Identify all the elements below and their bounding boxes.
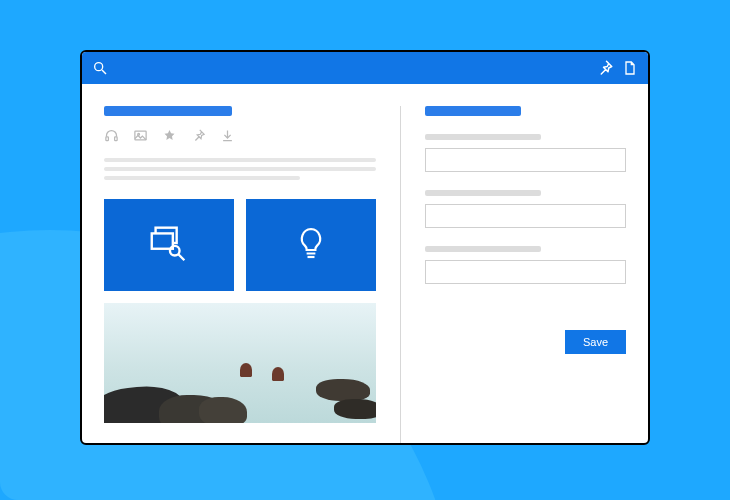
image-icon[interactable] [133, 128, 148, 143]
headphones-icon[interactable] [104, 128, 119, 143]
side-panel: Save [400, 106, 626, 443]
svg-rect-3 [115, 137, 118, 141]
main-panel [104, 106, 376, 443]
top-bar [82, 52, 648, 84]
text-input[interactable] [425, 260, 626, 284]
person [272, 367, 284, 381]
content-body: Save [82, 84, 648, 443]
star-icon[interactable] [162, 128, 177, 143]
card-idea[interactable] [246, 199, 376, 291]
form-field [425, 246, 626, 284]
field-label [425, 246, 542, 252]
document-icon[interactable] [622, 59, 638, 77]
download-icon[interactable] [220, 128, 235, 143]
side-panel-title [425, 106, 521, 116]
rock [316, 379, 370, 401]
rock [334, 399, 376, 419]
text-line [104, 176, 300, 180]
text-input[interactable] [425, 148, 626, 172]
text-line [104, 167, 376, 171]
text-line [104, 158, 376, 162]
card-image-search[interactable] [104, 199, 234, 291]
svg-rect-2 [106, 137, 109, 141]
svg-rect-7 [152, 233, 173, 248]
svg-point-8 [170, 246, 180, 256]
description-lines [104, 153, 376, 185]
pin-tool-icon[interactable] [191, 128, 206, 143]
search-icon[interactable] [92, 60, 108, 76]
form-field [425, 134, 626, 172]
field-label [425, 134, 542, 140]
app-window: Save [80, 50, 650, 445]
pin-icon[interactable] [596, 59, 614, 77]
toolbar [104, 128, 376, 143]
form-field [425, 190, 626, 228]
svg-point-0 [95, 63, 103, 71]
person [240, 363, 252, 377]
save-button[interactable]: Save [565, 330, 626, 354]
text-input[interactable] [425, 204, 626, 228]
image-search-icon [146, 220, 192, 270]
svg-line-9 [179, 255, 185, 261]
lightbulb-icon [290, 222, 332, 268]
rock [199, 397, 247, 423]
page-title [104, 106, 232, 116]
field-label [425, 190, 542, 196]
svg-line-1 [102, 70, 106, 74]
card-row [104, 199, 376, 291]
hero-image [104, 303, 376, 423]
